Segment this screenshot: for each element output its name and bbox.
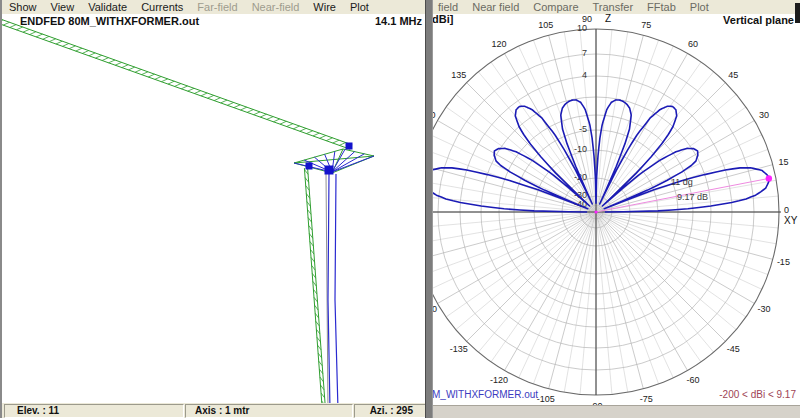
gain-range-label: -200 < dBi < 9.17: [719, 389, 796, 400]
angle-label: 60: [688, 39, 698, 49]
polar-spoke: [580, 212, 596, 394]
angle-label-zero: 0: [784, 205, 789, 215]
output-file-title: ENDFED 80M_WITHXFORMER.out: [20, 15, 199, 27]
sloping-wire-segments: [2, 20, 352, 148]
frequency-label: 14.1 MHz: [375, 15, 422, 27]
farfield-window: 150135120105907560453015-15-30-45-60-75-…: [431, 0, 800, 418]
menu-item-transfer[interactable]: Transfer: [586, 1, 641, 13]
polar-spoke: [596, 212, 612, 394]
geometry-menubar: ShowViewValidateCurrentsFar-fieldNear-fi…: [2, 0, 427, 14]
geometry-window: ShowViewValidateCurrentsFar-fieldNear-fi…: [0, 0, 427, 418]
farfield-menubar: fieldNear fieldCompareTransferFFtabPlot: [431, 0, 800, 14]
farfield-footer-strip: [431, 405, 800, 418]
elevation-value: Elev. : 11: [17, 405, 59, 416]
app-screen: ShowViewValidateCurrentsFar-fieldNear-fi…: [0, 0, 800, 418]
polar-spoke: [596, 212, 768, 275]
angle-label: -105: [537, 394, 555, 404]
z-axis-label: Z: [605, 13, 611, 24]
angle-label: 15: [778, 157, 788, 167]
load-marker[interactable]: [346, 143, 353, 150]
polar-spoke: [533, 212, 596, 384]
mast-wire-edge: [308, 168, 326, 411]
polar-spoke: [596, 212, 762, 289]
polar-spoke: [431, 212, 596, 244]
marker-angle-label: 11 dg: [671, 177, 693, 187]
ring-db-label: 7: [582, 48, 587, 58]
polar-spoke: [431, 212, 596, 228]
radiation-pattern-curve: [431, 100, 769, 212]
geometry-statusbar: Elev. : 11 Axis : 1 mtr Azi. : 295: [2, 403, 427, 418]
marker-gain-label: 9.17 dB: [677, 192, 708, 202]
max-gain-marker-dot[interactable]: [766, 175, 772, 181]
menu-item-far-field: Far-field: [190, 1, 244, 13]
dbi-units-label: dBi]: [432, 13, 453, 25]
polar-spoke: [596, 212, 778, 228]
angle-label: -60: [686, 375, 699, 385]
angle-label: 120: [491, 39, 506, 49]
menu-item-plot[interactable]: Plot: [683, 1, 716, 13]
polar-spoke: [519, 212, 596, 378]
polar-spoke: [596, 212, 659, 384]
pattern-filename: M_WITHXFORMER.out: [432, 389, 538, 400]
menu-item-show[interactable]: Show: [2, 1, 44, 13]
angle-label: -45: [727, 344, 740, 354]
ring-db-label: -10: [574, 144, 587, 154]
angle-label: 45: [728, 70, 738, 80]
menu-item-near-field: Near field: [465, 1, 526, 13]
angle-label: -75: [640, 394, 653, 404]
menu-item-compare[interactable]: Compare: [526, 1, 585, 13]
load-marker[interactable]: [306, 163, 313, 170]
angle-label: -135: [450, 344, 468, 354]
window-corner-notch: [795, 3, 800, 23]
polar-spoke: [431, 212, 596, 289]
plane-label: Vertical plane: [723, 14, 794, 26]
menu-item-currents[interactable]: Currents: [134, 1, 190, 13]
angle-label: -120: [490, 375, 508, 385]
angle-label: 135: [451, 70, 466, 80]
polar-plot-canvas[interactable]: 150135120105907560453015-15-30-45-60-75-…: [431, 0, 800, 418]
ring-db-label: 4: [582, 70, 587, 80]
menu-item-validate[interactable]: Validate: [81, 1, 134, 13]
angle-label: -15: [777, 257, 790, 267]
menu-item-plot[interactable]: Plot: [343, 1, 376, 13]
menu-item-near-field: Near-field: [245, 1, 307, 13]
polar-spoke: [596, 40, 659, 212]
menu-item-field: field: [431, 1, 465, 13]
feedline-wire: [335, 174, 338, 410]
menu-item-fftab[interactable]: FFtab: [640, 1, 683, 13]
angle-label: 30: [759, 110, 769, 120]
menu-item-wire[interactable]: Wire: [306, 1, 343, 13]
angle-label: 75: [641, 20, 651, 30]
feedline-wire: [328, 174, 330, 410]
pattern-origin-dot: [594, 210, 597, 213]
antenna-geometry-canvas[interactable]: [2, 0, 427, 418]
menu-item-view[interactable]: View: [44, 1, 82, 13]
polar-spoke: [596, 212, 673, 378]
load-marker[interactable]: [325, 166, 334, 175]
angle-label: 105: [538, 20, 553, 30]
angle-label: -30: [758, 304, 771, 314]
axis-scale-value: Axis : 1 mtr: [195, 405, 249, 416]
azimuth-value: Azi. : 295: [370, 405, 413, 416]
polar-spoke: [431, 180, 596, 212]
xy-axis-label: XY: [784, 215, 798, 226]
window-divider[interactable]: [425, 0, 433, 418]
ring-db-label: 10: [577, 23, 587, 33]
ring-db-label: -5: [579, 124, 587, 134]
